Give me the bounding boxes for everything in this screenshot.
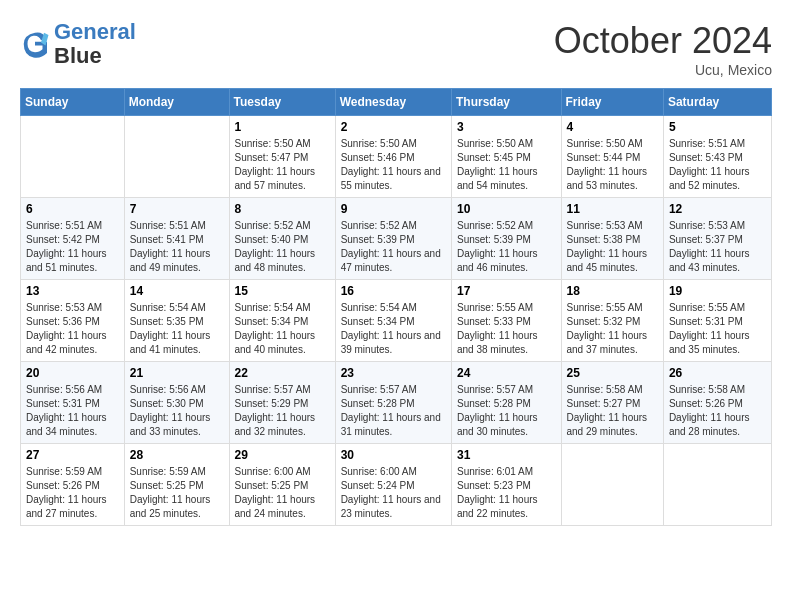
weekday-header: Friday (561, 89, 663, 116)
day-info: Sunrise: 5:53 AM Sunset: 5:36 PM Dayligh… (26, 301, 119, 357)
day-info: Sunrise: 5:59 AM Sunset: 5:26 PM Dayligh… (26, 465, 119, 521)
day-info: Sunrise: 5:58 AM Sunset: 5:26 PM Dayligh… (669, 383, 766, 439)
day-number: 13 (26, 284, 119, 298)
day-number: 8 (235, 202, 330, 216)
day-number: 3 (457, 120, 556, 134)
calendar-cell: 20Sunrise: 5:56 AM Sunset: 5:31 PM Dayli… (21, 362, 125, 444)
calendar-cell: 22Sunrise: 5:57 AM Sunset: 5:29 PM Dayli… (229, 362, 335, 444)
day-info: Sunrise: 5:50 AM Sunset: 5:44 PM Dayligh… (567, 137, 658, 193)
calendar-cell: 23Sunrise: 5:57 AM Sunset: 5:28 PM Dayli… (335, 362, 451, 444)
weekday-header: Monday (124, 89, 229, 116)
day-number: 26 (669, 366, 766, 380)
calendar-header: SundayMondayTuesdayWednesdayThursdayFrid… (21, 89, 772, 116)
day-number: 17 (457, 284, 556, 298)
logo: General Blue (20, 20, 136, 68)
calendar-week-row: 20Sunrise: 5:56 AM Sunset: 5:31 PM Dayli… (21, 362, 772, 444)
day-number: 28 (130, 448, 224, 462)
calendar-cell: 24Sunrise: 5:57 AM Sunset: 5:28 PM Dayli… (451, 362, 561, 444)
day-info: Sunrise: 5:53 AM Sunset: 5:38 PM Dayligh… (567, 219, 658, 275)
day-info: Sunrise: 6:00 AM Sunset: 5:24 PM Dayligh… (341, 465, 446, 521)
day-number: 18 (567, 284, 658, 298)
day-number: 4 (567, 120, 658, 134)
day-info: Sunrise: 5:53 AM Sunset: 5:37 PM Dayligh… (669, 219, 766, 275)
calendar-week-row: 1Sunrise: 5:50 AM Sunset: 5:47 PM Daylig… (21, 116, 772, 198)
day-info: Sunrise: 5:58 AM Sunset: 5:27 PM Dayligh… (567, 383, 658, 439)
calendar-cell: 30Sunrise: 6:00 AM Sunset: 5:24 PM Dayli… (335, 444, 451, 526)
calendar-cell: 27Sunrise: 5:59 AM Sunset: 5:26 PM Dayli… (21, 444, 125, 526)
day-info: Sunrise: 5:55 AM Sunset: 5:32 PM Dayligh… (567, 301, 658, 357)
weekday-header: Thursday (451, 89, 561, 116)
day-number: 1 (235, 120, 330, 134)
calendar-cell: 15Sunrise: 5:54 AM Sunset: 5:34 PM Dayli… (229, 280, 335, 362)
calendar-cell: 4Sunrise: 5:50 AM Sunset: 5:44 PM Daylig… (561, 116, 663, 198)
day-number: 29 (235, 448, 330, 462)
weekday-row: SundayMondayTuesdayWednesdayThursdayFrid… (21, 89, 772, 116)
day-info: Sunrise: 5:52 AM Sunset: 5:39 PM Dayligh… (457, 219, 556, 275)
logo-line2: Blue (54, 44, 136, 68)
calendar-cell: 21Sunrise: 5:56 AM Sunset: 5:30 PM Dayli… (124, 362, 229, 444)
calendar-week-row: 6Sunrise: 5:51 AM Sunset: 5:42 PM Daylig… (21, 198, 772, 280)
calendar-cell: 26Sunrise: 5:58 AM Sunset: 5:26 PM Dayli… (663, 362, 771, 444)
day-info: Sunrise: 5:56 AM Sunset: 5:31 PM Dayligh… (26, 383, 119, 439)
day-info: Sunrise: 5:57 AM Sunset: 5:28 PM Dayligh… (457, 383, 556, 439)
day-number: 25 (567, 366, 658, 380)
calendar-cell: 17Sunrise: 5:55 AM Sunset: 5:33 PM Dayli… (451, 280, 561, 362)
calendar-table: SundayMondayTuesdayWednesdayThursdayFrid… (20, 88, 772, 526)
calendar-cell: 31Sunrise: 6:01 AM Sunset: 5:23 PM Dayli… (451, 444, 561, 526)
calendar-cell: 16Sunrise: 5:54 AM Sunset: 5:34 PM Dayli… (335, 280, 451, 362)
day-info: Sunrise: 6:01 AM Sunset: 5:23 PM Dayligh… (457, 465, 556, 521)
calendar-cell: 25Sunrise: 5:58 AM Sunset: 5:27 PM Dayli… (561, 362, 663, 444)
calendar-cell: 2Sunrise: 5:50 AM Sunset: 5:46 PM Daylig… (335, 116, 451, 198)
day-info: Sunrise: 5:57 AM Sunset: 5:28 PM Dayligh… (341, 383, 446, 439)
day-number: 31 (457, 448, 556, 462)
day-info: Sunrise: 5:50 AM Sunset: 5:46 PM Dayligh… (341, 137, 446, 193)
calendar-cell: 7Sunrise: 5:51 AM Sunset: 5:41 PM Daylig… (124, 198, 229, 280)
calendar-cell: 28Sunrise: 5:59 AM Sunset: 5:25 PM Dayli… (124, 444, 229, 526)
day-info: Sunrise: 5:51 AM Sunset: 5:42 PM Dayligh… (26, 219, 119, 275)
day-number: 14 (130, 284, 224, 298)
calendar-cell: 9Sunrise: 5:52 AM Sunset: 5:39 PM Daylig… (335, 198, 451, 280)
day-number: 22 (235, 366, 330, 380)
calendar-cell: 14Sunrise: 5:54 AM Sunset: 5:35 PM Dayli… (124, 280, 229, 362)
day-info: Sunrise: 5:57 AM Sunset: 5:29 PM Dayligh… (235, 383, 330, 439)
calendar-cell: 3Sunrise: 5:50 AM Sunset: 5:45 PM Daylig… (451, 116, 561, 198)
location: Ucu, Mexico (554, 62, 772, 78)
day-number: 10 (457, 202, 556, 216)
day-info: Sunrise: 5:52 AM Sunset: 5:40 PM Dayligh… (235, 219, 330, 275)
logo-text: General Blue (54, 20, 136, 68)
day-number: 6 (26, 202, 119, 216)
calendar-cell: 5Sunrise: 5:51 AM Sunset: 5:43 PM Daylig… (663, 116, 771, 198)
weekday-header: Wednesday (335, 89, 451, 116)
logo-icon (20, 29, 50, 59)
day-info: Sunrise: 5:54 AM Sunset: 5:35 PM Dayligh… (130, 301, 224, 357)
day-number: 20 (26, 366, 119, 380)
day-number: 24 (457, 366, 556, 380)
calendar-cell: 12Sunrise: 5:53 AM Sunset: 5:37 PM Dayli… (663, 198, 771, 280)
weekday-header: Sunday (21, 89, 125, 116)
day-info: Sunrise: 5:50 AM Sunset: 5:45 PM Dayligh… (457, 137, 556, 193)
calendar-cell: 13Sunrise: 5:53 AM Sunset: 5:36 PM Dayli… (21, 280, 125, 362)
month-title: October 2024 (554, 20, 772, 62)
calendar-cell: 19Sunrise: 5:55 AM Sunset: 5:31 PM Dayli… (663, 280, 771, 362)
day-number: 15 (235, 284, 330, 298)
calendar-cell (561, 444, 663, 526)
day-info: Sunrise: 5:56 AM Sunset: 5:30 PM Dayligh… (130, 383, 224, 439)
day-info: Sunrise: 5:55 AM Sunset: 5:31 PM Dayligh… (669, 301, 766, 357)
calendar-cell: 8Sunrise: 5:52 AM Sunset: 5:40 PM Daylig… (229, 198, 335, 280)
day-number: 5 (669, 120, 766, 134)
calendar-cell: 11Sunrise: 5:53 AM Sunset: 5:38 PM Dayli… (561, 198, 663, 280)
day-info: Sunrise: 5:50 AM Sunset: 5:47 PM Dayligh… (235, 137, 330, 193)
title-block: October 2024 Ucu, Mexico (554, 20, 772, 78)
logo-line1: General (54, 19, 136, 44)
calendar-cell: 29Sunrise: 6:00 AM Sunset: 5:25 PM Dayli… (229, 444, 335, 526)
day-info: Sunrise: 5:54 AM Sunset: 5:34 PM Dayligh… (235, 301, 330, 357)
day-info: Sunrise: 5:55 AM Sunset: 5:33 PM Dayligh… (457, 301, 556, 357)
calendar-week-row: 27Sunrise: 5:59 AM Sunset: 5:26 PM Dayli… (21, 444, 772, 526)
day-info: Sunrise: 6:00 AM Sunset: 5:25 PM Dayligh… (235, 465, 330, 521)
day-info: Sunrise: 5:54 AM Sunset: 5:34 PM Dayligh… (341, 301, 446, 357)
day-number: 2 (341, 120, 446, 134)
day-info: Sunrise: 5:51 AM Sunset: 5:43 PM Dayligh… (669, 137, 766, 193)
calendar-cell (124, 116, 229, 198)
weekday-header: Tuesday (229, 89, 335, 116)
calendar-cell: 6Sunrise: 5:51 AM Sunset: 5:42 PM Daylig… (21, 198, 125, 280)
